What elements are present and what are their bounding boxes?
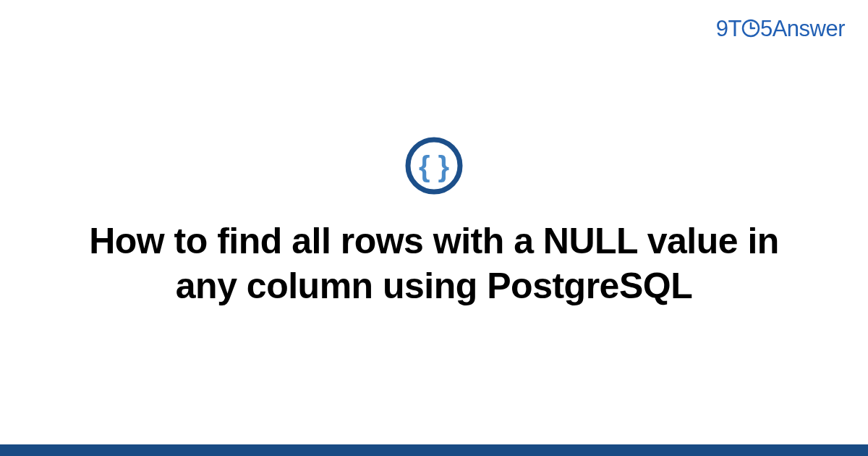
page-title: How to find all rows with a NULL value i… — [87, 219, 781, 308]
footer-accent-bar — [0, 444, 868, 456]
code-braces-icon: { } — [404, 136, 464, 195]
main-content: { } How to find all rows with a NULL val… — [0, 0, 868, 444]
svg-text:{ }: { } — [419, 151, 449, 182]
